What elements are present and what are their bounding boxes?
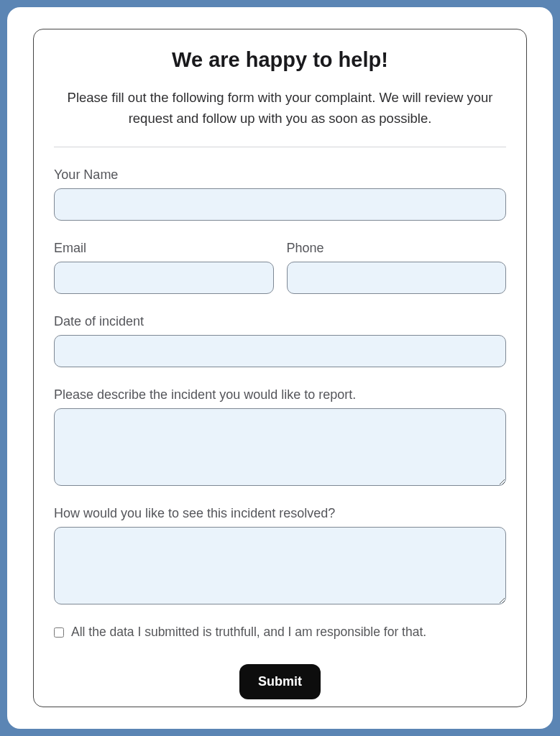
field-phone: Phone	[287, 241, 507, 294]
field-describe: Please describe the incident you would l…	[54, 387, 506, 486]
label-email: Email	[54, 241, 274, 256]
label-date: Date of incident	[54, 314, 506, 329]
divider	[54, 147, 506, 147]
complaint-form: We are happy to help! Please fill out th…	[33, 29, 527, 707]
label-resolution: How would you like to see this incident …	[54, 506, 506, 521]
label-phone: Phone	[287, 241, 507, 256]
row-email-phone: Email Phone	[54, 241, 506, 294]
input-email[interactable]	[54, 262, 274, 294]
form-title: We are happy to help!	[54, 48, 506, 72]
submit-row: Submit	[54, 664, 506, 699]
input-phone[interactable]	[287, 262, 507, 294]
textarea-describe[interactable]	[54, 408, 506, 486]
field-resolution: How would you like to see this incident …	[54, 506, 506, 604]
consent-label: All the data I submitted is truthfull, a…	[71, 625, 426, 640]
input-date[interactable]	[54, 335, 506, 367]
label-name: Your Name	[54, 167, 506, 183]
submit-button[interactable]: Submit	[239, 664, 321, 699]
label-describe: Please describe the incident you would l…	[54, 387, 506, 402]
field-date: Date of incident	[54, 314, 506, 367]
field-email: Email	[54, 241, 274, 294]
outer-card: We are happy to help! Please fill out th…	[7, 7, 553, 729]
textarea-resolution[interactable]	[54, 527, 506, 604]
field-name: Your Name	[54, 167, 506, 221]
consent-checkbox[interactable]	[54, 627, 64, 638]
form-intro: Please fill out the following form with …	[57, 88, 503, 129]
consent-row: All the data I submitted is truthfull, a…	[54, 625, 506, 640]
input-name[interactable]	[54, 188, 506, 221]
